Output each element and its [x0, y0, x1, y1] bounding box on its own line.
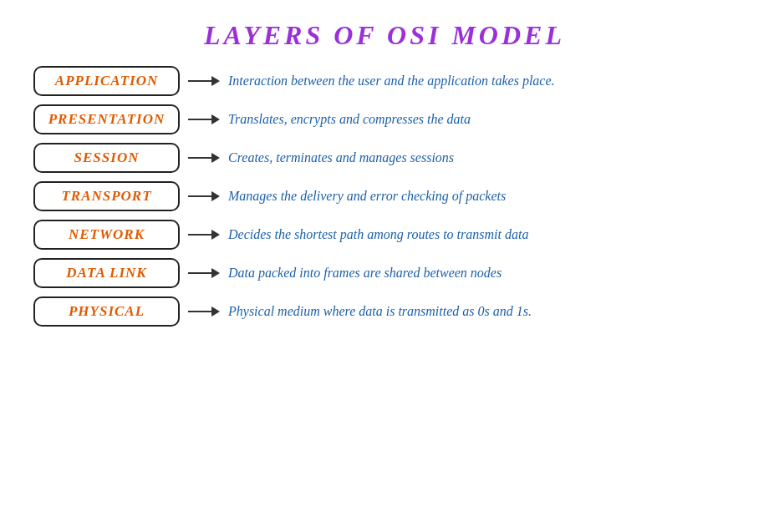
layer-description-physical: Physical medium where data is transmitte…: [228, 304, 744, 319]
arrow-icon-network: [188, 230, 220, 240]
layer-badge-presentation: PRESENTATION: [33, 104, 180, 134]
layer-description-transport: Manages the delivery and error checking …: [228, 189, 744, 204]
arrow-icon-transport: [188, 191, 220, 201]
layers-list: APPLICATIONInteraction between the user …: [25, 66, 744, 327]
layer-badge-application: APPLICATION: [33, 66, 180, 96]
arrow-icon-application: [188, 76, 220, 86]
layer-description-presentation: Translates, encrypts and compresses the …: [228, 112, 744, 127]
layer-row-data-link: DATA LINKData packed into frames are sha…: [33, 258, 744, 288]
layer-row-session: SESSIONCreates, terminates and manages s…: [33, 143, 744, 173]
layer-badge-transport: TRANSPORT: [33, 181, 180, 211]
arrow-icon-session: [188, 153, 220, 163]
page-title: LAYERS OF OSI MODEL: [204, 20, 565, 51]
arrow-icon-physical: [188, 307, 220, 317]
layer-badge-session: SESSION: [33, 143, 180, 173]
arrow-icon-presentation: [188, 114, 220, 124]
layer-description-network: Decides the shortest path among routes t…: [228, 227, 744, 242]
layer-description-application: Interaction between the user and the app…: [228, 73, 744, 89]
page-container: LAYERS OF OSI MODEL APPLICATIONInteracti…: [0, 0, 769, 532]
layer-badge-network: NETWORK: [33, 220, 180, 250]
layer-row-physical: PHYSICALPhysical medium where data is tr…: [33, 296, 744, 327]
layer-badge-physical: PHYSICAL: [33, 296, 180, 327]
layer-description-data-link: Data packed into frames are shared betwe…: [228, 266, 744, 281]
layer-row-network: NETWORKDecides the shortest path among r…: [33, 220, 744, 250]
layer-badge-data-link: DATA LINK: [33, 258, 180, 288]
layer-row-presentation: PRESENTATIONTranslates, encrypts and com…: [33, 104, 744, 134]
layer-row-application: APPLICATIONInteraction between the user …: [33, 66, 744, 96]
arrow-icon-data-link: [188, 268, 220, 278]
layer-row-transport: TRANSPORTManages the delivery and error …: [33, 181, 744, 211]
layer-description-session: Creates, terminates and manages sessions: [228, 150, 744, 165]
